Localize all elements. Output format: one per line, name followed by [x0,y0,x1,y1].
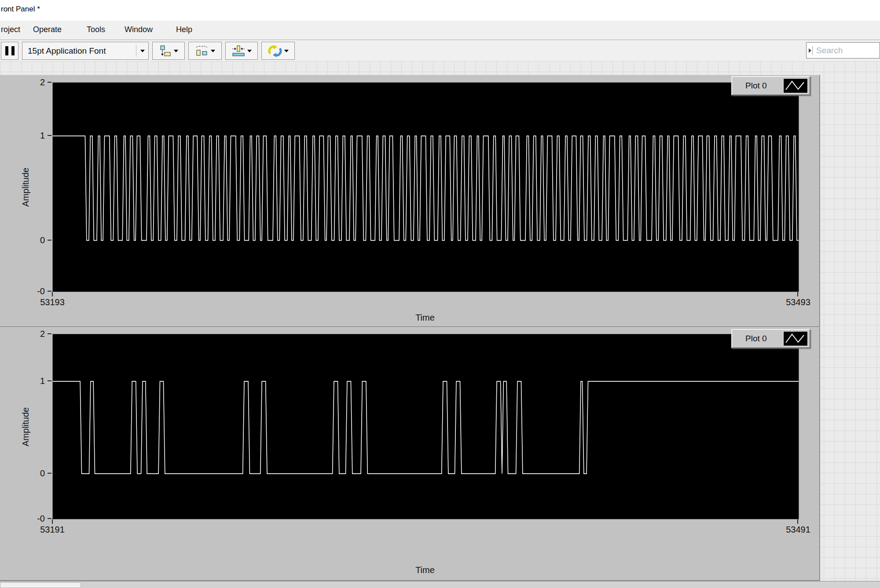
x-tick-mark [52,519,53,524]
labview-front-panel-window: { "window": { "title": "ront Panel *" },… [0,0,880,588]
chevron-down-icon [247,50,252,52]
toolbar: 15pt Application Font [0,40,880,62]
window-title: ront Panel * [1,5,40,14]
pause-button[interactable] [1,42,18,60]
search-box[interactable] [806,42,880,58]
chevron-down-icon [140,50,145,52]
x-tick-mark [52,292,53,296]
align-objects-button[interactable] [152,42,185,60]
menu-tools[interactable]: Tools [87,25,105,34]
legend-label: Plot 0 [745,334,783,343]
x-tick-mark [797,519,798,524]
y-tick-mark [48,380,51,381]
y-tick-label: 0 [18,236,45,245]
x-tick-mark [797,292,798,296]
y-tick-mark [48,240,51,241]
y-tick-mark [48,333,51,334]
scrollbar-thumb[interactable] [0,582,81,588]
x-tick-label-max: 53491 [770,525,827,535]
menu-operate[interactable]: Operate [33,25,62,34]
waveform-chart-bottom: Amplitude 2 1 0 -0 53191 53491 Time Plot… [0,327,820,581]
resize-objects-icon [231,45,246,57]
y-tick-label: 0 [18,469,45,478]
font-selector-value: 15pt Application Font [22,46,136,56]
y-tick-mark [48,518,51,519]
pause-icon [5,46,15,55]
plot-area[interactable] [52,334,799,519]
y-tick-mark [48,82,51,83]
y-tick-label: 2 [18,78,45,87]
menu-window[interactable]: Window [125,25,153,34]
legend-line-style-icon[interactable] [783,78,808,93]
y-tick-mark [48,291,51,292]
menu-bar: roject Operate Tools Window Help [0,21,880,40]
y-tick-label: 2 [18,329,45,338]
font-selector[interactable]: 15pt Application Font [22,42,149,60]
distribute-objects-icon [195,45,209,57]
chevron-down-icon [174,50,178,52]
plot-legend[interactable]: Plot 0 [731,76,810,95]
distribute-objects-button[interactable] [188,42,222,60]
y-axis-label: Amplitude [21,165,31,209]
x-tick-label-max: 53493 [770,297,827,307]
plot-legend[interactable]: Plot 0 [731,329,810,348]
menu-project[interactable]: roject [1,25,20,34]
y-tick-label: -0 [18,287,45,296]
y-tick-label: 1 [18,131,45,140]
y-tick-label: 1 [18,376,45,385]
plot-area[interactable] [52,82,799,292]
chevron-down-icon [211,50,215,52]
y-axis-label: Amplitude [21,405,31,449]
y-tick-mark [48,473,51,474]
legend-label: Plot 0 [745,81,783,91]
resize-objects-button[interactable] [225,42,258,60]
legend-line-style-icon[interactable] [783,331,808,346]
horizontal-scrollbar[interactable] [0,581,880,588]
reorder-icon [268,44,282,58]
reorder-button[interactable] [261,42,295,60]
x-axis-label: Time [399,565,451,575]
y-tick-mark [48,135,51,136]
waveform-line [53,136,799,241]
title-bar: ront Panel * [0,0,880,21]
chevron-down-icon [284,50,289,52]
menu-help[interactable]: Help [176,25,192,34]
x-tick-label-min: 53191 [24,525,81,535]
search-input[interactable] [815,45,880,56]
x-tick-label-min: 53193 [24,297,81,307]
y-tick-label: -0 [18,514,45,523]
waveform-line [53,381,799,474]
search-icon [809,46,813,55]
x-axis-label: Time [399,313,451,323]
align-objects-icon [159,45,172,57]
waveform-chart-top: Amplitude 2 1 0 -0 53193 53493 Time Plot… [0,75,820,327]
